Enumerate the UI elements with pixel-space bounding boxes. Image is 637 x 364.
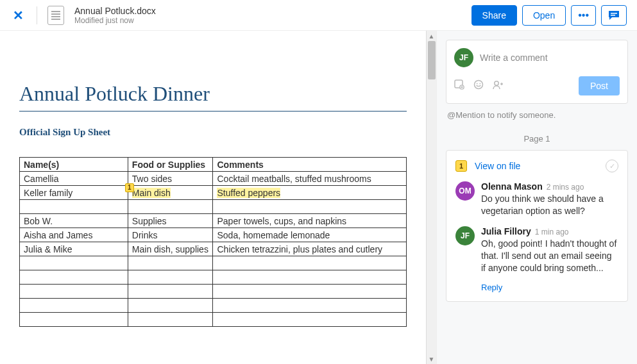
cell-food: Supplies bbox=[128, 214, 213, 228]
table-header-row: Name(s) Food or Supplies Comments bbox=[20, 158, 407, 172]
cell-food bbox=[128, 299, 213, 313]
emoji-icon[interactable] bbox=[473, 79, 484, 92]
cell-food bbox=[128, 256, 213, 270]
table-row: Keller family1Main dishStuffed peppers bbox=[20, 186, 407, 200]
highlighted-text: Stuffed peppers bbox=[217, 188, 280, 198]
thread-header: 1 View on file ✓ bbox=[455, 160, 618, 172]
comment-body: Julia Fillory1 min agoOh, good point! I … bbox=[481, 226, 618, 274]
view-on-file-link[interactable]: View on file bbox=[475, 161, 520, 171]
cell-name: Camellia bbox=[20, 172, 128, 186]
thread-badge: 1 bbox=[455, 160, 467, 172]
cell-food: Two sides bbox=[128, 172, 213, 186]
cell-food bbox=[128, 313, 213, 327]
vertical-scrollbar[interactable]: ▲ ▼ bbox=[426, 31, 436, 364]
close-button[interactable]: ✕ bbox=[10, 5, 26, 26]
cell-food bbox=[128, 200, 213, 214]
cell-comments: Paper towels, cups, and napkins bbox=[213, 214, 407, 228]
col-name: Name(s) bbox=[20, 158, 128, 172]
col-comments: Comments bbox=[213, 158, 407, 172]
more-options-button[interactable]: ••• bbox=[571, 5, 596, 26]
thread-header-left: 1 View on file bbox=[455, 160, 520, 172]
table-row bbox=[20, 313, 407, 327]
cell-food bbox=[128, 270, 213, 285]
scroll-thumb[interactable] bbox=[428, 41, 436, 79]
resolve-button[interactable]: ✓ bbox=[606, 160, 618, 172]
composer-avatar: JF bbox=[454, 48, 473, 67]
cell-name bbox=[20, 313, 128, 327]
document-icon bbox=[47, 6, 64, 25]
comment-item: JFJulia Fillory1 min agoOh, good point! … bbox=[455, 226, 618, 274]
table-row: Bob W.SuppliesPaper towels, cups, and na… bbox=[20, 214, 407, 228]
highlighted-text: Main dish bbox=[132, 188, 171, 198]
cell-comments: Cocktail meatballs, stuffed mushrooms bbox=[213, 172, 407, 186]
cell-name: Aisha and James bbox=[20, 228, 128, 242]
header-right: Share Open ••• bbox=[471, 5, 627, 26]
cell-name bbox=[20, 299, 128, 313]
comments-toggle-button[interactable] bbox=[601, 5, 627, 26]
cell-comments bbox=[213, 285, 407, 299]
attach-region-icon[interactable] bbox=[454, 79, 464, 92]
cell-name: Bob W. bbox=[20, 214, 128, 228]
comment-body: Olenna Mason2 mins agoDo you think we sh… bbox=[481, 181, 618, 217]
cell-comments bbox=[213, 313, 407, 327]
cell-comments: Chicken tetrazzini, plus plates and cutl… bbox=[213, 242, 407, 256]
open-button[interactable]: Open bbox=[522, 5, 566, 26]
comment-author: Julia Fillory bbox=[481, 226, 531, 236]
document-subtitle: Official Sign Up Sheet bbox=[19, 127, 407, 138]
svg-point-4 bbox=[475, 81, 483, 89]
reply-link[interactable]: Reply bbox=[481, 283, 618, 292]
scroll-down-button[interactable]: ▼ bbox=[427, 354, 436, 364]
mention-icon[interactable] bbox=[493, 79, 504, 92]
cell-comments bbox=[213, 299, 407, 313]
svg-point-7 bbox=[495, 81, 498, 85]
comment-item: OMOlenna Mason2 mins agoDo you think we … bbox=[455, 181, 618, 217]
cell-name bbox=[20, 285, 128, 299]
svg-rect-0 bbox=[611, 13, 617, 14]
cell-name bbox=[20, 256, 128, 270]
annotation-badge[interactable]: 1 bbox=[125, 183, 134, 192]
table-row bbox=[20, 270, 407, 285]
table-row: Julia & MikeMain dish, suppliesChicken t… bbox=[20, 242, 407, 256]
comment-composer: JF Write a comment Post bbox=[446, 40, 628, 104]
cell-comments bbox=[213, 200, 407, 214]
table-row bbox=[20, 285, 407, 299]
col-food: Food or Supplies bbox=[128, 158, 213, 172]
cell-food: Drinks bbox=[128, 228, 213, 242]
svg-point-6 bbox=[479, 83, 480, 85]
file-info: Annual Potluck.docx Modified just now bbox=[74, 6, 156, 25]
main-area: Annual Potluck Dinner Official Sign Up S… bbox=[0, 31, 637, 364]
page-indicator: Page 1 bbox=[446, 134, 628, 144]
composer-bottom: Post bbox=[454, 76, 620, 95]
comment-input[interactable]: Write a comment bbox=[480, 53, 620, 63]
share-button[interactable]: Share bbox=[471, 5, 517, 26]
table-row bbox=[20, 299, 407, 313]
cell-name bbox=[20, 270, 128, 285]
table-row bbox=[20, 200, 407, 214]
cell-food: 1Main dish bbox=[128, 186, 213, 200]
cell-name: Keller family bbox=[20, 186, 128, 200]
mention-hint: @Mention to notify someone. bbox=[446, 110, 628, 120]
comment-icon bbox=[608, 10, 620, 21]
comment-timestamp: 2 mins ago bbox=[547, 183, 584, 192]
comments-panel: JF Write a comment Post @Mentio bbox=[436, 31, 637, 364]
composer-toolbar bbox=[454, 79, 504, 92]
app-header: ✕ Annual Potluck.docx Modified just now … bbox=[0, 0, 637, 31]
comment-text: Oh, good point! I hadn't thought of that… bbox=[481, 238, 618, 274]
file-modified: Modified just now bbox=[74, 16, 156, 25]
table-row: CamelliaTwo sidesCocktail meatballs, stu… bbox=[20, 172, 407, 186]
scroll-up-button[interactable]: ▲ bbox=[427, 31, 436, 41]
document-title: Annual Potluck Dinner bbox=[19, 82, 407, 112]
document-content: Annual Potluck Dinner Official Sign Up S… bbox=[0, 31, 426, 364]
comment-avatar: OM bbox=[455, 181, 475, 201]
comment-author: Olenna Mason bbox=[481, 181, 543, 192]
cell-food bbox=[128, 285, 213, 299]
comment-avatar: JF bbox=[455, 226, 475, 245]
post-button[interactable]: Post bbox=[579, 76, 620, 95]
cell-name bbox=[20, 200, 128, 214]
cell-comments: Soda, homemade lemonade bbox=[213, 228, 407, 242]
comment-timestamp: 1 min ago bbox=[535, 228, 569, 236]
cell-comments: Stuffed peppers bbox=[213, 186, 407, 200]
comment-text: Do you think we should have a vegetarian… bbox=[481, 193, 618, 217]
cell-name: Julia & Mike bbox=[20, 242, 128, 256]
cell-comments bbox=[213, 256, 407, 270]
